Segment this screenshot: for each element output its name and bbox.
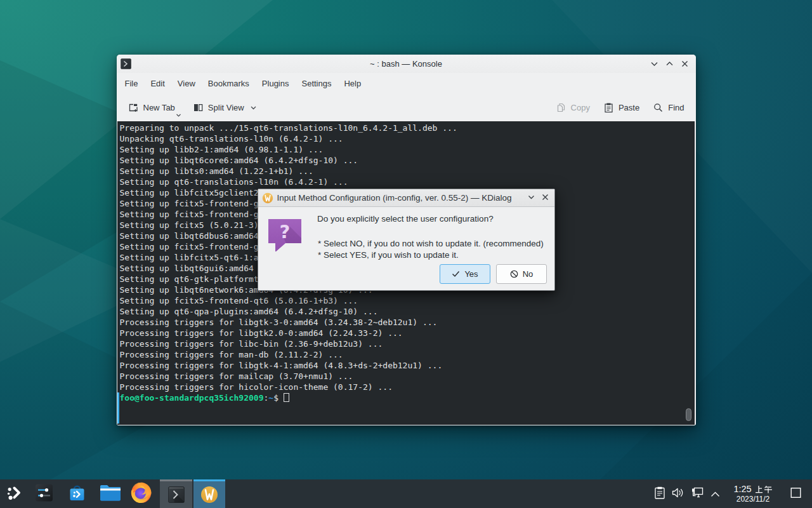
clock-date: 2023/11/2 <box>737 495 770 504</box>
terminal-line: Processing triggers for libgtk-3-0:amd64… <box>120 317 457 328</box>
kdialog-title: Input Method Configuration (im-config, v… <box>258 193 554 203</box>
terminal-line: Setting up libqt6core6:amd64 (6.4.2+dfsg… <box>120 155 457 166</box>
terminal-line: Setting up qt6-translations-l10n (6.4.2-… <box>120 177 457 187</box>
new-tab-button[interactable]: New Tab <box>124 99 179 116</box>
maximize-icon[interactable] <box>665 59 674 68</box>
question-icon: ? <box>268 218 301 251</box>
terminal-prompt-line: foo@foo-standardpcq35ich92009:~$ <box>120 392 457 403</box>
menu-file[interactable]: File <box>119 73 145 94</box>
find-icon <box>653 102 664 113</box>
konsole-menubar: File Edit View Bookmarks Plugins Setting… <box>117 73 696 94</box>
konsole-app-icon <box>121 58 131 69</box>
network-icon[interactable] <box>691 487 704 501</box>
window-title: ~ : bash — Konsole <box>117 59 696 69</box>
kdialog-task-icon <box>200 486 218 504</box>
dialog-question-text: Do you explicitly select the user config… <box>317 214 494 224</box>
task-kdialog-active[interactable] <box>193 479 225 508</box>
paste-button[interactable]: Paste <box>599 99 643 116</box>
kdialog-window: Input Method Configuration (im-config, v… <box>258 189 555 291</box>
task-konsole[interactable] <box>160 479 192 508</box>
prompt-symbol: $ <box>273 393 284 403</box>
find-button[interactable]: Find <box>649 99 688 116</box>
expand-tray-icon[interactable] <box>710 488 720 500</box>
paste-icon <box>603 102 614 113</box>
terminal-line: Processing triggers for libgtk-4-1:amd64… <box>120 360 457 371</box>
split-view-chevron-icon <box>250 105 257 110</box>
minimize-icon[interactable] <box>650 59 659 68</box>
prompt-user-host: foo@foo-standardpcq35ich92009 <box>120 393 264 403</box>
menu-edit[interactable]: Edit <box>144 73 171 94</box>
im-config-w-icon <box>262 192 273 204</box>
discover-icon[interactable] <box>68 483 86 504</box>
more-actions-icon[interactable] <box>527 192 535 204</box>
no-button[interactable]: No <box>496 264 547 284</box>
firefox-icon[interactable] <box>130 481 152 506</box>
yes-button[interactable]: Yes <box>440 264 490 284</box>
svg-text:?: ? <box>280 221 291 243</box>
menu-plugins[interactable]: Plugins <box>256 73 296 94</box>
clock-time: 1:25 <box>733 484 751 494</box>
konsole-task-icon <box>167 486 185 504</box>
terminal-line: Processing triggers for libgtk2.0-0:amd6… <box>120 328 457 338</box>
dialog-hint-text: * Select NO, if you do not wish to updat… <box>318 238 544 261</box>
menu-help[interactable]: Help <box>337 73 367 94</box>
terminal-line: Processing triggers for mailcap (3.70+nm… <box>120 371 457 382</box>
deny-icon <box>510 270 518 278</box>
dialog-close-icon[interactable] <box>541 192 549 204</box>
terminal-line: Setting up qt6-qpa-plugins:amd64 (6.4.2+… <box>120 306 457 317</box>
menu-view[interactable]: View <box>171 73 202 94</box>
split-view-button[interactable]: Split View <box>189 99 261 116</box>
kdialog-body: ? Do you explicitly select the user conf… <box>258 207 554 291</box>
split-view-icon <box>193 102 204 113</box>
copy-button: Copy <box>552 99 594 116</box>
taskbar: 1:25 2023/11/2 <box>0 479 812 508</box>
menu-bookmarks[interactable]: Bookmarks <box>202 73 256 94</box>
terminal-line: Processing triggers for man-db (2.11.2-2… <box>120 349 457 360</box>
terminal-line: Unpacking qt6-translations-l10n (6.4.2-1… <box>120 133 457 144</box>
check-icon <box>452 271 460 277</box>
show-desktop-icon[interactable] <box>790 487 801 500</box>
terminal-line: Setting up fcitx5-frontend-qt6 (5.0.16-1… <box>120 295 457 306</box>
konsole-toolbar: New Tab Split View Copy <box>117 94 696 122</box>
copy-icon <box>556 102 566 113</box>
terminal-scrollbar[interactable] <box>686 408 691 421</box>
terminal-line: Setting up libts0:amd64 (1.22-1+b1) ... <box>120 166 457 177</box>
volume-icon[interactable] <box>672 487 684 501</box>
digital-clock[interactable]: 1:25 2023/11/2 <box>725 479 781 508</box>
terminal-line: Setting up libb2-1:amd64 (0.98.1-1.1) ..… <box>120 144 457 155</box>
application-launcher-icon[interactable] <box>6 484 23 504</box>
menu-settings[interactable]: Settings <box>295 73 337 94</box>
terminal-line: Preparing to unpack .../15-qt6-translati… <box>120 123 457 133</box>
terminal-line: Processing triggers for hicolor-icon-the… <box>120 382 457 392</box>
close-icon[interactable] <box>681 59 690 68</box>
new-tab-chevron-icon <box>176 114 181 117</box>
prompt-path: ~ <box>268 393 273 403</box>
konsole-titlebar[interactable]: ~ : bash — Konsole <box>117 55 696 73</box>
clock-period-am-glyphs <box>755 485 773 493</box>
system-settings-icon[interactable] <box>35 483 53 504</box>
new-tab-icon <box>128 102 139 113</box>
terminal-line: Processing triggers for libc-bin (2.36-9… <box>120 338 457 349</box>
dolphin-icon[interactable] <box>99 483 121 504</box>
kdialog-titlebar[interactable]: Input Method Configuration (im-config, v… <box>258 189 554 207</box>
clipboard-icon[interactable] <box>655 486 665 502</box>
terminal-cursor <box>284 393 289 402</box>
new-output-indicator <box>117 392 119 424</box>
